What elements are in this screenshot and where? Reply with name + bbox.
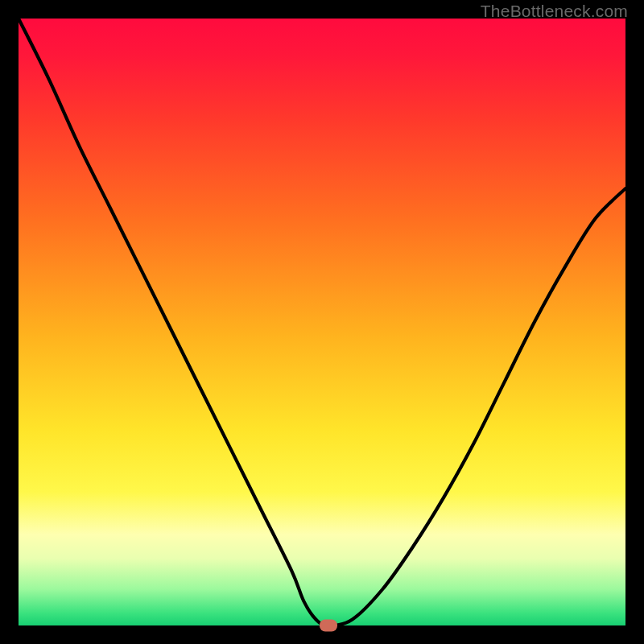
curve-path [19, 19, 625, 625]
bottleneck-curve [19, 19, 625, 625]
chart-frame: TheBottleneck.com [0, 0, 644, 644]
minimum-marker [320, 620, 337, 632]
watermark-text: TheBottleneck.com [481, 2, 628, 21]
plot-area [19, 19, 625, 625]
